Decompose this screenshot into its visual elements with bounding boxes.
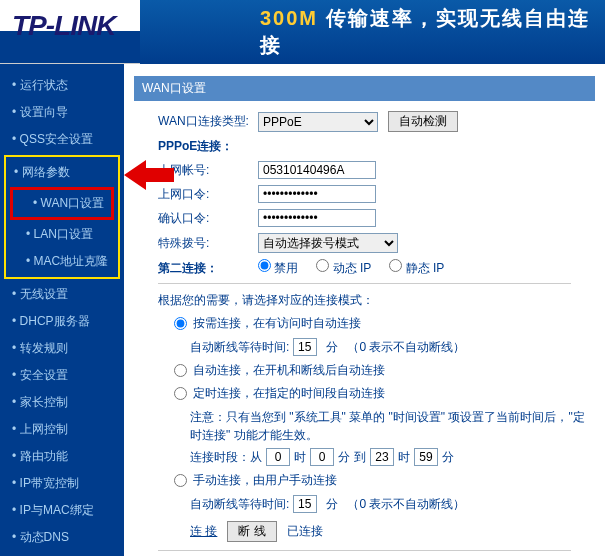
time-from-min[interactable] <box>310 448 334 466</box>
second-opt-static[interactable]: 静态 IP <box>389 259 444 277</box>
mode-timed-label: 定时连接，在指定的时间段自动连接 <box>193 385 595 402</box>
sidebar-item-wan[interactable]: WAN口设置 <box>13 190 111 217</box>
time-to-min[interactable] <box>414 448 438 466</box>
mode-manual-label: 手动连接，由用户手动连接 <box>193 472 595 489</box>
mode-manual-radio[interactable] <box>174 474 187 487</box>
time-range-row: 连接时段：从 时 分 到 时 分 <box>190 448 595 466</box>
sidebar-item-status[interactable]: 运行状态 <box>4 72 120 99</box>
wait-input-1[interactable] <box>293 338 317 356</box>
sidebar-item-lan[interactable]: LAN口设置 <box>6 221 118 248</box>
banner: 300M 传输速率，实现无线自由连接 <box>140 0 605 64</box>
disconnect-button[interactable]: 断 线 <box>227 521 276 542</box>
second-opt-dynamic[interactable]: 动态 IP <box>316 259 371 277</box>
account-input[interactable] <box>258 161 376 179</box>
sidebar-item-network[interactable]: 网络参数 <box>6 159 118 186</box>
mode-auto-radio[interactable] <box>174 364 187 377</box>
wait-line-1: 自动断线等待时间: 分 （0 表示不自动断线） <box>190 338 595 356</box>
time-from-hour[interactable] <box>266 448 290 466</box>
sidebar-highlight-wan: WAN口设置 <box>10 187 114 220</box>
divider <box>158 283 571 284</box>
sidebar-item-mac-clone[interactable]: MAC地址克隆 <box>6 248 118 275</box>
time-to-hour[interactable] <box>370 448 394 466</box>
mode-auto-label: 自动连接，在开机和断线后自动连接 <box>193 362 595 379</box>
conn-type-select[interactable]: PPPoE <box>258 112 378 132</box>
sidebar-item-routing[interactable]: 路由功能 <box>4 443 120 470</box>
special-label: 特殊拨号: <box>158 235 258 252</box>
mode-note: 根据您的需要，请选择对应的连接模式： <box>158 292 595 309</box>
divider-2 <box>158 550 571 551</box>
sidebar-item-bandwidth[interactable]: IP带宽控制 <box>4 470 120 497</box>
content-panel: WAN口设置 WAN口连接类型: PPPoE 自动检测 PPPoE连接： 上网帐… <box>124 64 605 556</box>
svg-marker-0 <box>124 160 174 190</box>
sidebar: 运行状态 设置向导 QSS安全设置 网络参数 WAN口设置 LAN口设置 MAC… <box>0 64 124 556</box>
sidebar-item-forward[interactable]: 转发规则 <box>4 335 120 362</box>
connect-button[interactable]: 连 接 <box>190 523 217 540</box>
conn-status: 已连接 <box>287 523 323 540</box>
app-header: TP-LINK 300M 传输速率，实现无线自由连接 <box>0 0 605 64</box>
wait-line-2: 自动断线等待时间: 分 （0 表示不自动断线） <box>190 495 595 513</box>
sidebar-group-network: 网络参数 WAN口设置 LAN口设置 MAC地址克隆 <box>4 155 120 279</box>
mode-ondemand-label: 按需连接，在有访问时自动连接 <box>193 315 595 332</box>
panel-title: WAN口设置 <box>134 76 595 101</box>
password-input[interactable] <box>258 185 376 203</box>
sidebar-item-systools[interactable]: 系统工具 <box>4 551 120 556</box>
mode-timed-radio[interactable] <box>174 387 187 400</box>
special-select[interactable]: 自动选择拨号模式 <box>258 233 398 253</box>
pppoe-label: PPPoE连接： <box>158 138 258 155</box>
sidebar-item-dhcp[interactable]: DHCP服务器 <box>4 308 120 335</box>
annotation-arrow-icon <box>124 156 174 194</box>
mode-timed-note: 注意：只有当您到 "系统工具" 菜单的 "时间设置" 项设置了当前时间后，"定时… <box>190 408 595 444</box>
banner-text: 300M 传输速率，实现无线自由连接 <box>260 5 605 59</box>
sidebar-item-parental[interactable]: 家长控制 <box>4 389 120 416</box>
conn-type-label: WAN口连接类型: <box>158 113 258 130</box>
sidebar-item-qss[interactable]: QSS安全设置 <box>4 126 120 153</box>
sidebar-item-wireless[interactable]: 无线设置 <box>4 281 120 308</box>
mode-ondemand-radio[interactable] <box>174 317 187 330</box>
sidebar-item-ddns[interactable]: 动态DNS <box>4 524 120 551</box>
sidebar-item-access[interactable]: 上网控制 <box>4 416 120 443</box>
sidebar-item-security[interactable]: 安全设置 <box>4 362 120 389</box>
confirm-input[interactable] <box>258 209 376 227</box>
second-opt-disable[interactable]: 禁用 <box>258 259 298 277</box>
wait-input-2[interactable] <box>293 495 317 513</box>
second-conn-label: 第二连接： <box>158 260 258 277</box>
sidebar-item-wizard[interactable]: 设置向导 <box>4 99 120 126</box>
confirm-label: 确认口令: <box>158 210 258 227</box>
auto-detect-button[interactable]: 自动检测 <box>388 111 458 132</box>
sidebar-item-ipmac[interactable]: IP与MAC绑定 <box>4 497 120 524</box>
